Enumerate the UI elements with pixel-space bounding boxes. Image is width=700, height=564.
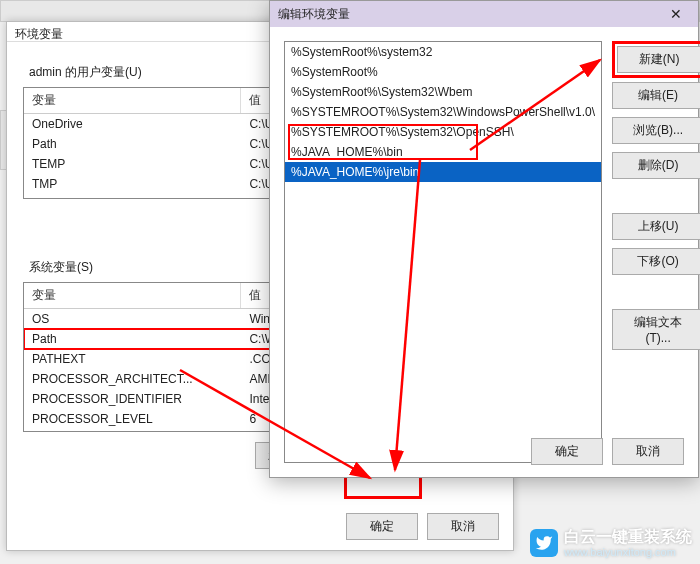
edit-env-var-dialog: 编辑环境变量 ✕ %SystemRoot%\system32 %SystemRo… <box>269 0 699 478</box>
title-text: 环境变量 <box>15 27 63 41</box>
watermark-url: www.baiyunxitong.com <box>564 546 692 558</box>
watermark-name: 白云一键重装系统 <box>564 528 692 546</box>
list-item-selected[interactable]: %JAVA_HOME%\jre\bin <box>285 162 601 182</box>
col-variable[interactable]: 变量 <box>24 283 241 309</box>
move-up-button[interactable]: 上移(U) <box>612 213 700 240</box>
dialog-bottom-buttons: 确定 取消 <box>340 513 499 540</box>
list-item[interactable]: %JAVA_HOME%\bin <box>285 142 601 162</box>
path-list[interactable]: %SystemRoot%\system32 %SystemRoot% %Syst… <box>284 41 602 463</box>
new-button[interactable]: 新建(N) <box>617 46 700 73</box>
delete-button[interactable]: 删除(D) <box>612 152 700 179</box>
watermark: 白云一键重装系统 www.baiyunxitong.com <box>530 528 692 558</box>
dialog-titlebar[interactable]: 编辑环境变量 ✕ <box>270 1 698 27</box>
title-text: 编辑环境变量 <box>278 6 662 23</box>
close-icon[interactable]: ✕ <box>662 6 690 22</box>
col-variable[interactable]: 变量 <box>24 88 241 114</box>
annotation-new-highlight: 新建(N) <box>612 41 700 78</box>
browse-button[interactable]: 浏览(B)... <box>612 117 700 144</box>
ok-button[interactable]: 确定 <box>346 513 418 540</box>
list-item[interactable]: %SystemRoot%\System32\Wbem <box>285 82 601 102</box>
side-buttons: 新建(N) 编辑(E) 浏览(B)... 删除(D) 上移(U) 下移(O) 编… <box>612 41 700 463</box>
ok-button[interactable]: 确定 <box>531 438 603 465</box>
dialog-bottom-buttons: 确定 取消 <box>525 438 684 465</box>
move-down-button[interactable]: 下移(O) <box>612 248 700 275</box>
logo-icon <box>530 529 558 557</box>
cancel-button[interactable]: 取消 <box>427 513 499 540</box>
list-item[interactable]: %SYSTEMROOT%\System32\OpenSSH\ <box>285 122 601 142</box>
list-item[interactable]: %SystemRoot% <box>285 62 601 82</box>
edit-button[interactable]: 编辑(E) <box>612 82 700 109</box>
list-item[interactable]: %SystemRoot%\system32 <box>285 42 601 62</box>
list-item[interactable]: %SYSTEMROOT%\System32\WindowsPowerShell\… <box>285 102 601 122</box>
edit-text-button[interactable]: 编辑文本(T)... <box>612 309 700 350</box>
cancel-button[interactable]: 取消 <box>612 438 684 465</box>
